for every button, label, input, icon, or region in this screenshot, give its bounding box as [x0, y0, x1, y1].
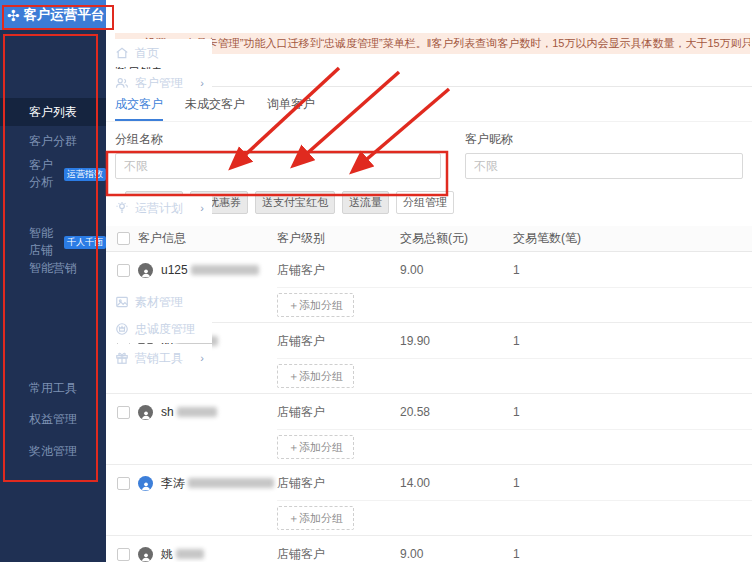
censored-text: [191, 265, 259, 275]
home-icon: [115, 46, 129, 60]
column-customer-level: 客户级别: [277, 230, 400, 247]
total-amount: 14.00: [400, 476, 513, 490]
sidebar-item-smart-marketing[interactable]: 智能营销: [0, 254, 106, 282]
select-all-checkbox[interactable]: [117, 232, 130, 245]
app-title: 客户运营平台: [24, 6, 105, 24]
customer-name[interactable]: 姚: [161, 546, 204, 562]
chevron-right-icon: ›: [200, 202, 204, 214]
users-icon: [115, 76, 129, 90]
customer-name[interactable]: sh: [161, 405, 217, 419]
tab-deal-customers[interactable]: 成交客户: [115, 96, 163, 121]
customer-level: 店铺客户: [277, 546, 400, 562]
total-amount: 19.90: [400, 334, 513, 348]
table-row: u125 店铺客户 9.00 1: [106, 252, 752, 288]
sidebar-item-smart-shop[interactable]: 智能店铺 千人千面: [0, 228, 106, 256]
table-row: 姚 店铺客户 9.00 1: [106, 536, 752, 562]
row-checkbox[interactable]: [117, 406, 130, 419]
customer-table: 客户信息 客户级别 交易总额(元) 交易笔数(笔) u125 店铺客户 9.00…: [106, 226, 752, 562]
medal-icon: [115, 322, 129, 336]
column-customer-info: 客户信息: [138, 230, 186, 247]
sidebar-item-marketing-tools[interactable]: 营销工具 ›: [106, 344, 212, 372]
censored-text: [176, 549, 204, 559]
row-checkbox[interactable]: [117, 477, 130, 490]
app-window: ✣ 客户运营平台 首页 客户管理 › 客户列表 客户分群 客户分析 运营指数: [0, 0, 752, 562]
column-total-amount: 交易总额(元): [400, 230, 513, 247]
customer-name[interactable]: 李涛: [161, 475, 274, 492]
add-group-row: ＋添加分组: [106, 430, 752, 465]
customer-nickname-input[interactable]: [465, 153, 743, 179]
table-row: 李涛 店铺客户 14.00 1: [106, 465, 752, 501]
censored-text: [188, 478, 274, 488]
sidebar-item-loyalty-management[interactable]: 忠诚度管理: [106, 315, 212, 343]
avatar: [138, 547, 153, 562]
sidebar-item-customer-segment[interactable]: 客户分群: [0, 127, 106, 155]
group-management-button[interactable]: 分组管理: [396, 191, 454, 214]
bulb-icon: [115, 201, 129, 215]
gift-icon: [115, 351, 129, 365]
group-name-label: 分组名称: [115, 131, 441, 148]
group-name-input[interactable]: [115, 153, 441, 179]
sidebar-item-prize-pool-management[interactable]: 奖池管理: [0, 437, 106, 465]
ops-index-badge: 运营指数: [64, 168, 106, 181]
sidebar-item-material-management[interactable]: 素材管理: [106, 288, 212, 316]
trade-count: 1: [513, 476, 752, 490]
personalization-badge: 千人千面: [64, 236, 106, 249]
table-row: sh 店铺客户 20.58 1: [106, 394, 752, 430]
image-icon: [115, 295, 129, 309]
avatar: [138, 476, 153, 491]
sidebar-item-customer-management[interactable]: 客户管理 ›: [106, 69, 212, 97]
filter-bar: 分组名称 客户昵称: [106, 122, 752, 179]
trade-count: 1: [513, 405, 752, 419]
app-header: ✣ 客户运营平台: [0, 0, 106, 30]
customer-level: 店铺客户: [277, 475, 400, 492]
sidebar-item-rights-management[interactable]: 权益管理: [0, 405, 106, 433]
customer-name[interactable]: u125: [161, 263, 259, 277]
add-group-button[interactable]: ＋添加分组: [277, 435, 354, 459]
add-group-button[interactable]: ＋添加分组: [277, 364, 354, 388]
total-amount: 9.00: [400, 263, 513, 277]
total-amount: 20.58: [400, 405, 513, 419]
add-group-row: ＋添加分组: [106, 501, 752, 536]
add-group-button[interactable]: ＋添加分组: [277, 293, 354, 317]
trade-count: 1: [513, 547, 752, 561]
censored-text: [177, 407, 217, 417]
sidebar-item-common-tools[interactable]: 常用工具: [0, 374, 106, 402]
sidebar-nav: 首页 客户管理 › 客户列表 客户分群 客户分析 运营指数 运营计划 ›: [0, 30, 106, 562]
trade-count: 1: [513, 263, 752, 277]
row-checkbox[interactable]: [117, 548, 130, 561]
tab-no-deal-customers[interactable]: 未成交客户: [185, 96, 245, 121]
table-header: 客户信息 客户级别 交易总额(元) 交易笔数(笔): [106, 226, 752, 252]
sidebar-item-home[interactable]: 首页: [106, 39, 212, 67]
sidebar-item-operation-plan[interactable]: 运营计划 ›: [106, 194, 212, 222]
chevron-right-icon: ›: [200, 77, 204, 89]
column-trade-count: 交易笔数(笔): [513, 230, 752, 247]
sidebar-item-customer-analysis[interactable]: 客户分析 运营指数: [0, 160, 106, 188]
add-group-button[interactable]: ＋添加分组: [277, 506, 354, 530]
customer-level: 店铺客户: [277, 262, 400, 279]
avatar: [138, 405, 153, 420]
pinwheel-logo-icon: ✣: [7, 8, 20, 23]
chevron-right-icon: ›: [200, 352, 204, 364]
customer-nickname-label: 客户昵称: [465, 131, 743, 148]
tab-inquiry-customers[interactable]: 询单客户: [267, 96, 315, 121]
avatar: [138, 263, 153, 278]
trade-count: 1: [513, 334, 752, 348]
customer-level: 店铺客户: [277, 404, 400, 421]
row-checkbox[interactable]: [117, 264, 130, 277]
send-traffic-button[interactable]: 送流量: [342, 191, 389, 214]
total-amount: 9.00: [400, 547, 513, 561]
sidebar-item-customer-list[interactable]: 客户列表: [0, 98, 106, 126]
customer-level: 店铺客户: [277, 333, 400, 350]
send-alipay-redpacket-button[interactable]: 送支付宝红包: [255, 191, 335, 214]
